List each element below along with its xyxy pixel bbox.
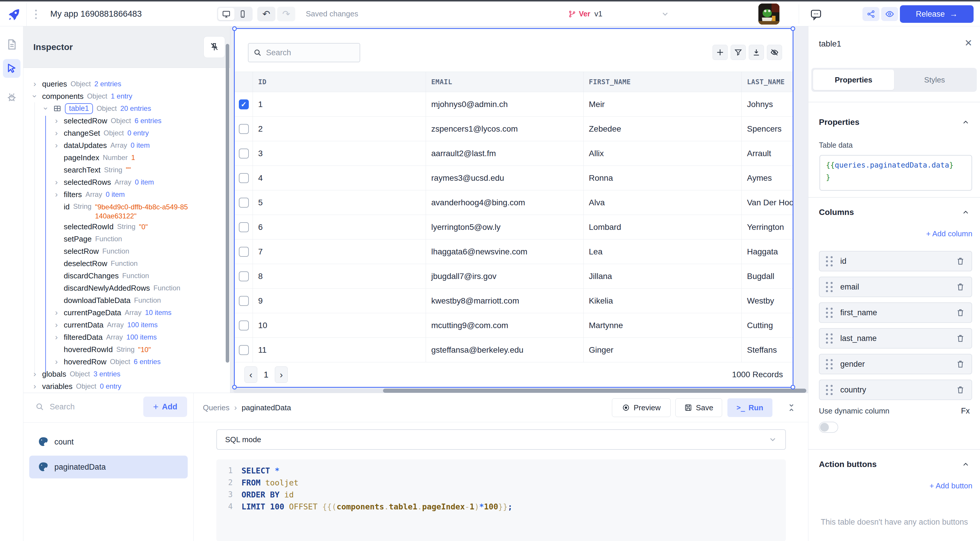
sql-code-editor[interactable]: 1SELECT *2FROM tooljet3ORDER BY id4LIMIT… [216,460,786,541]
row-checkbox[interactable] [239,198,249,208]
drag-handle-icon[interactable] [826,256,833,266]
tree-chevron-icon[interactable]: › [52,358,60,366]
cell-last-name[interactable]: Aymes [742,166,792,190]
column-item-last_name[interactable]: last_name [819,328,972,348]
tree-chevron-icon[interactable]: › [52,321,60,329]
share-button[interactable] [862,7,880,21]
tree-chevron-icon[interactable]: › [52,141,60,150]
close-icon[interactable]: ✕ [964,37,972,49]
table-search-input[interactable]: Search [248,43,360,62]
row-checkbox[interactable] [239,124,249,134]
query-item-paginatedData[interactable]: paginatedData [29,456,188,479]
cell-email[interactable]: lyerrington5@ow.ly [426,215,584,239]
query-item-count[interactable]: count [29,430,188,453]
inspector-node-selectedRowId[interactable]: selectedRowIdString"0" [23,221,226,233]
cell-email[interactable]: aarrault2@last.fm [426,141,584,165]
cell-last-name[interactable]: Spencers [742,117,792,141]
resize-handle[interactable] [232,385,237,390]
column-header-last_name[interactable]: LAST_NAME [742,72,792,92]
cell-email[interactable]: avanderhoog4@bing.com [426,190,584,215]
table-row[interactable]: 7lhaggata6@newsvine.comLeaHaggata [235,240,792,264]
trash-icon[interactable] [956,308,965,317]
drag-handle-icon[interactable] [826,333,833,344]
row-checkbox[interactable] [239,320,249,331]
inspector-node-id[interactable]: idString"9be4d9c0-dffb-4b8c-a549-85140ae… [23,200,226,221]
cell-id[interactable]: 9 [253,289,426,313]
row-checkbox[interactable] [239,222,249,232]
add-action-button-link[interactable]: + Add button [929,481,972,490]
query-search-input[interactable]: Search [35,396,75,417]
inspector-node-downloadTableData[interactable]: downloadTableDataFunction [23,294,226,307]
fx-button[interactable]: Fx [961,406,970,415]
table-row[interactable]: 9kwestby8@marriott.comKikeliaWestby [235,289,792,313]
table-row[interactable]: 3aarrault2@last.fmAllixArrault [235,141,792,166]
inspector-node-dataUpdates[interactable]: ›dataUpdatesArray0 item [23,139,226,151]
cell-first-name[interactable]: Allix [584,141,742,165]
column-header-email[interactable]: EMAIL [426,72,584,92]
drag-handle-icon[interactable] [826,385,833,395]
cell-first-name[interactable]: Zebedee [584,117,742,141]
cell-first-name[interactable]: Ronna [584,166,742,190]
save-query-button[interactable]: Save [675,398,722,417]
cell-first-name[interactable]: Jillana [584,264,742,288]
inspector-node-changeSet[interactable]: ›changeSetObject0 entry [23,127,226,139]
inspector-node-discardChanges[interactable]: discardChangesFunction [23,270,226,282]
cell-last-name[interactable]: Cutting [742,313,792,337]
inspector-node-discardNewlyAddedRows[interactable]: discardNewlyAddedRowsFunction [23,282,226,294]
column-item-id[interactable]: id [819,251,972,271]
cell-last-name[interactable]: Van Der Hoog [742,190,792,215]
preview-eye-button[interactable] [881,7,898,21]
canvas-hscroll-thumb[interactable] [383,389,807,393]
cell-last-name[interactable]: Bugdall [742,264,792,288]
app-title[interactable]: My app 1690881866483 [50,2,142,26]
cell-first-name[interactable]: Alva [584,190,742,215]
cell-id[interactable]: 6 [253,215,426,239]
cell-id[interactable]: 8 [253,264,426,288]
section-columns[interactable]: Columns [819,207,970,218]
cell-id[interactable]: 10 [253,313,426,337]
resize-handle[interactable] [232,26,237,31]
table-row[interactable]: 2zspencers1@lycos.comZebedeeSpencers [235,117,792,141]
inspector-node-filteredData[interactable]: ›filteredDataArray100 items [23,331,226,343]
next-page-button[interactable]: › [275,366,288,383]
section-properties[interactable]: Properties [819,116,970,128]
inspector-node-globals[interactable]: ›globalsObject3 entries [23,368,226,380]
trash-icon[interactable] [956,334,965,343]
cell-first-name[interactable]: Meir [584,92,742,116]
inspector-node-queries[interactable]: ›queriesObject2 entries [23,78,226,90]
cell-last-name[interactable]: Yerrington [742,215,792,239]
row-checkbox[interactable] [239,271,249,281]
tree-chevron-icon[interactable]: › [52,117,60,125]
tree-chevron-icon[interactable]: › [31,370,38,378]
cell-id[interactable]: 1 [253,92,426,116]
drag-handle-icon[interactable] [826,308,833,318]
cell-email[interactable]: zspencers1@lycos.com [426,117,584,141]
resize-handle[interactable] [791,385,795,390]
table-row[interactable]: 8jbugdall7@irs.govJillanaBugdall [235,264,792,289]
pages-icon[interactable] [6,38,18,50]
add-query-button[interactable]: + Add [143,396,187,417]
table-row[interactable]: 6lyerrington5@ow.lyLombardYerrington [235,215,792,240]
app-menu-kebab-icon[interactable] [35,10,37,19]
row-checkbox[interactable] [239,296,249,306]
drag-handle-icon[interactable] [826,359,833,369]
column-item-country[interactable]: country [819,380,972,400]
inspector-node-hoveredRow[interactable]: ›hoveredRowObject6 entries [23,356,226,368]
resize-handle[interactable] [791,26,795,31]
column-item-first_name[interactable]: first_name [819,302,972,323]
cell-first-name[interactable]: Ginger [584,338,742,362]
cell-email[interactable]: gsteffansa@berkeley.edu [426,338,584,362]
inspector-node-currentPageData[interactable]: ›currentPageDataArray10 items [23,307,226,319]
inspector-node-setPage[interactable]: setPageFunction [23,233,226,245]
column-item-email[interactable]: email [819,277,972,297]
tree-chevron-icon[interactable]: › [52,333,60,341]
column-header-first_name[interactable]: FIRST_NAME [584,72,742,92]
tree-chevron-icon[interactable]: › [31,92,39,100]
cell-id[interactable]: 5 [253,190,426,215]
section-action-buttons[interactable]: Action buttons [819,458,970,470]
avatar[interactable] [758,3,780,25]
download-button[interactable] [749,45,764,60]
cell-last-name[interactable]: Steffans [742,338,792,362]
column-header-id[interactable]: ID [253,72,426,92]
preview-button[interactable]: Preview [612,398,671,417]
